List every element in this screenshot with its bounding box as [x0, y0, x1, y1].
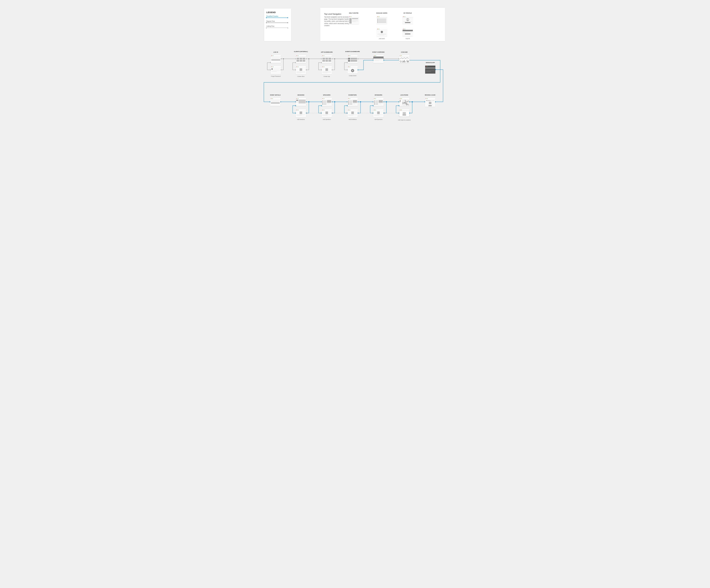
- wf-forgot-password-sub: Forgot Password: [266, 75, 286, 77]
- wf-forgot-password: Forgot Password: [271, 66, 281, 74]
- wf-clients-title: CLIENTS (INTERNAL): [291, 51, 311, 52]
- wf-event-overview-title: EVENT OVERVIEW: [369, 51, 388, 53]
- wf-add-exhibitors-sub: Add Exhibitors: [342, 119, 362, 120]
- wf-events-dashboard: EVENTS DASHBOARD: [348, 55, 358, 63]
- flow-stage: LEGEND Simplified Creation Regular Flow …: [258, 0, 452, 131]
- wf-manage-users: MANAGE USERS: [377, 16, 387, 24]
- wf-add-sponsors: Add Sponsors: [373, 109, 383, 117]
- wf-create-event-sub: Create Event: [342, 75, 362, 76]
- wf-my-profile: MY PROFILE: [403, 16, 413, 24]
- wf-log-out: Log out: [403, 28, 413, 37]
- legend-regular-label: Regular Flow: [266, 20, 289, 22]
- wf-exhibitors: EXHIBITORS: [348, 98, 358, 106]
- wf-cascade-title: CASCADE: [394, 51, 414, 53]
- wf-cascade: CASCADE: [399, 55, 409, 63]
- legend-title: LEGEND: [266, 11, 289, 14]
- wf-sponsors-title: SPONSORS: [369, 94, 388, 96]
- svg-point-3: [407, 19, 408, 20]
- wf-app-dashboard-title: APP DASHBOARD: [317, 51, 337, 53]
- wf-sponsors: SPONSORS: [373, 98, 383, 106]
- svg-point-5: [406, 103, 407, 104]
- wf-event-details: EVENT DETAILS: [270, 98, 281, 106]
- wf-add-speakers: Add Speakers: [322, 109, 332, 117]
- wf-manage-users-title: MANAGE USERS: [372, 13, 392, 14]
- wf-help-centre-title: HELP CENTRE: [344, 13, 364, 14]
- legend-linking-label: Linking Flow: [266, 25, 289, 27]
- wf-clients: CLIENTS (INTERNAL): [296, 55, 306, 63]
- wf-add-locations: Add maps & Locations: [399, 109, 409, 117]
- wf-review-save-title: REVIEW & SAVE: [420, 94, 440, 96]
- wf-add-sessions: Add Sessions: [296, 109, 306, 117]
- wf-create-client-sub: Create client: [291, 76, 311, 77]
- wf-locations-title: LOCATIONS: [394, 94, 414, 96]
- wf-log-in: LOG IN: [271, 55, 281, 63]
- plus-icon: [351, 69, 354, 72]
- wf-add-speakers-sub: Add Speakers: [317, 119, 337, 120]
- wf-add-locations-sub: Add maps & Locations: [394, 119, 414, 121]
- wf-help-centre: HELP CENTRE: [349, 16, 359, 24]
- wf-show-in-app: SHOW IN APP: [425, 66, 435, 74]
- wf-sessions-title: SESSIONS: [291, 94, 311, 96]
- wf-log-in-title: LOG IN: [266, 51, 286, 53]
- wf-speakers: SPEAKERS: [322, 98, 332, 106]
- wf-create-app-sub: Create App: [317, 76, 337, 77]
- wf-log-out-sub: Log out: [398, 38, 418, 39]
- wf-create-app: Create App: [322, 66, 332, 74]
- wf-create-event: Create Event: [348, 66, 358, 74]
- wf-locations: LOCATIONS: [399, 98, 409, 106]
- wf-add-users-sub: Add Users: [372, 38, 392, 39]
- wf-my-profile-title: MY PROFILE: [398, 13, 418, 14]
- legend-panel: LEGEND Simplified Creation Regular Flow …: [264, 8, 291, 41]
- wf-sessions: SESSIONS: [296, 98, 306, 106]
- wf-event-details-title: EVENT DETAILS: [265, 94, 285, 96]
- wf-app-dashboard: APP DASHBOARD: [322, 55, 332, 63]
- wf-review-save: REVIEW & SAVE: [425, 98, 435, 107]
- svg-point-4: [404, 102, 405, 103]
- wf-add-exhibitors: Add Exhibitors: [348, 109, 358, 117]
- wf-add-sessions-sub: Add Sessions: [291, 119, 311, 120]
- wf-exhibitors-title: EXHIBITORS: [342, 94, 362, 96]
- wf-event-overview: EVENT OVERVIEW: [373, 55, 383, 63]
- wf-add-users: Add Users: [377, 28, 387, 37]
- wf-show-in-app-title: SHOW IN APP: [420, 62, 440, 63]
- wf-create-client: Create client: [296, 66, 306, 74]
- wf-add-sponsors-sub: Add Sponsors: [369, 119, 388, 120]
- wf-events-dashboard-title: EVENTS DASHBOARD: [342, 51, 362, 52]
- wf-speakers-title: SPEAKERS: [317, 94, 337, 96]
- legend-simplified-label: Simplified Creation: [266, 16, 289, 17]
